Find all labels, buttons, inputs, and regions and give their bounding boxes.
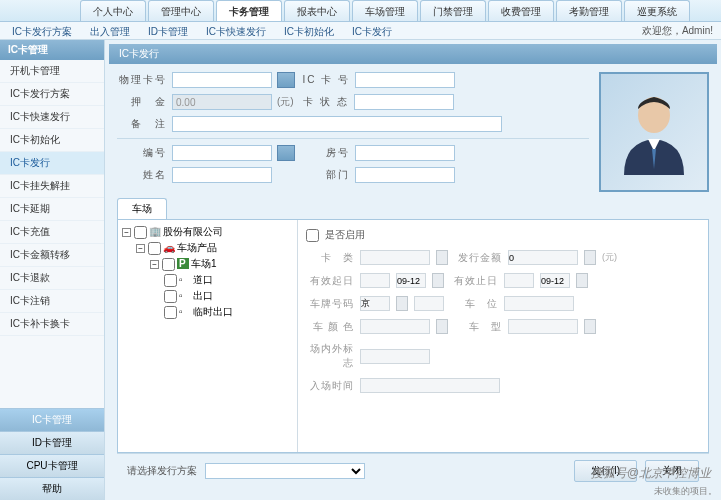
input-color[interactable] xyxy=(360,319,430,334)
label-plate: 车牌号码 xyxy=(306,297,354,311)
gate-icon: ▫ xyxy=(179,306,191,317)
tree-cb-leaf[interactable] xyxy=(164,274,177,287)
top-tab[interactable]: 门禁管理 xyxy=(420,0,486,21)
tree-cb-root[interactable] xyxy=(134,226,147,239)
input-remark[interactable] xyxy=(172,116,502,132)
label-remark: 备 注 xyxy=(117,117,167,131)
input-model[interactable] xyxy=(508,319,578,334)
top-tab[interactable]: 巡更系统 xyxy=(624,0,690,21)
top-tab[interactable]: 个人中心 xyxy=(80,0,146,21)
input-name[interactable] xyxy=(172,167,272,183)
input-ic-card[interactable] xyxy=(355,72,455,88)
input-plate-prefix[interactable] xyxy=(360,296,390,311)
input-card-status[interactable] xyxy=(354,94,454,110)
enable-checkbox[interactable] xyxy=(306,229,319,242)
stepper-icon[interactable] xyxy=(584,319,596,334)
top-tab[interactable]: 报表中心 xyxy=(284,0,350,21)
input-entry-time[interactable] xyxy=(360,378,500,393)
tree-root[interactable]: −🏢股份有限公司 xyxy=(122,224,293,240)
input-slot[interactable] xyxy=(504,296,574,311)
top-tab[interactable]: 管理中心 xyxy=(148,0,214,21)
input-valid-to-md[interactable] xyxy=(540,273,570,288)
tree-leaf[interactable]: ▫出口 xyxy=(122,288,293,304)
label-amount: 发行金额 xyxy=(454,251,502,265)
btn-lookup[interactable] xyxy=(277,145,295,161)
top-tab[interactable]: 收费管理 xyxy=(488,0,554,21)
sidebar-item[interactable]: IC卡初始化 xyxy=(0,129,104,152)
sidebar-bottom-item[interactable]: ID卡管理 xyxy=(0,431,104,454)
input-room[interactable] xyxy=(355,145,455,161)
sub-tab[interactable]: 出入管理 xyxy=(86,24,134,37)
stepper-icon[interactable] xyxy=(576,273,588,288)
stepper-icon[interactable] xyxy=(396,296,408,311)
tree-leaf[interactable]: ▫道口 xyxy=(122,272,293,288)
tree-cb-l1[interactable] xyxy=(148,242,161,255)
collapse-icon[interactable]: − xyxy=(136,244,145,253)
input-deposit[interactable] xyxy=(172,94,272,110)
top-tab[interactable]: 卡务管理 xyxy=(216,0,282,21)
stepper-icon[interactable] xyxy=(432,273,444,288)
tree-cb-leaf[interactable] xyxy=(164,306,177,319)
sidebar-item[interactable]: IC卡延期 xyxy=(0,198,104,221)
sidebar-item[interactable]: 开机卡管理 xyxy=(0,60,104,83)
tab-content: −🏢股份有限公司 −🚗车场产品 −P车场1 ▫道口 ▫出口 ▫临时出口 是否启用… xyxy=(117,219,709,453)
input-card-type[interactable] xyxy=(360,250,430,265)
sub-tab[interactable]: ID卡管理 xyxy=(144,24,192,37)
collapse-icon[interactable]: − xyxy=(122,228,131,237)
top-tabs: 个人中心管理中心卡务管理报表中心车场管理门禁管理收费管理考勤管理巡更系统 xyxy=(0,0,721,22)
label-card-status: 卡 状 态 xyxy=(299,95,349,109)
tree-cb-leaf[interactable] xyxy=(164,290,177,303)
panel-body: 物理卡号 IC 卡 号 押 金 (元) 卡 状 态 备 注 xyxy=(109,64,717,496)
stepper-icon[interactable] xyxy=(584,250,596,265)
sidebar-bottom-item[interactable]: 帮助 xyxy=(0,477,104,500)
top-tab[interactable]: 考勤管理 xyxy=(556,0,622,21)
input-number[interactable] xyxy=(172,145,272,161)
sub-tab[interactable]: IC卡快速发行 xyxy=(202,24,270,37)
sub-tab[interactable]: IC卡发行 xyxy=(348,24,396,37)
sidebar-item[interactable]: IC卡挂失解挂 xyxy=(0,175,104,198)
scheme-select[interactable] xyxy=(205,463,365,479)
label-model: 车 型 xyxy=(454,320,502,334)
input-valid-from-y[interactable] xyxy=(360,273,390,288)
sidebar-item[interactable]: IC卡发行 xyxy=(0,152,104,175)
sidebar-bottom-item[interactable]: IC卡管理 xyxy=(0,408,104,431)
tree-cb-l2[interactable] xyxy=(162,258,175,271)
gate-icon: ▫ xyxy=(179,290,191,301)
top-tab[interactable]: 车场管理 xyxy=(352,0,418,21)
input-amount[interactable] xyxy=(508,250,578,265)
sidebar-item[interactable]: IC卡退款 xyxy=(0,267,104,290)
input-valid-from-md[interactable] xyxy=(396,273,426,288)
input-physical-card[interactable] xyxy=(172,72,272,88)
sidebar-item[interactable]: IC卡注销 xyxy=(0,290,104,313)
sidebar-item[interactable]: IC卡金额转移 xyxy=(0,244,104,267)
avatar-box xyxy=(599,72,709,192)
sub-tab[interactable]: IC卡初始化 xyxy=(280,24,338,37)
input-valid-to-y[interactable] xyxy=(504,273,534,288)
sidebar-item[interactable]: IC卡充值 xyxy=(0,221,104,244)
input-plate-num[interactable] xyxy=(414,296,444,311)
tree-l2[interactable]: −P车场1 xyxy=(122,256,293,272)
tree-l1[interactable]: −🚗车场产品 xyxy=(122,240,293,256)
input-inout[interactable] xyxy=(360,349,430,364)
deposit-unit: (元) xyxy=(277,95,294,109)
btn-read-card[interactable] xyxy=(277,72,295,88)
sub-tab[interactable]: IC卡发行方案 xyxy=(8,24,76,37)
input-dept[interactable] xyxy=(355,167,455,183)
content: IC卡发行 物理卡号 IC 卡 号 押 金 (元) 卡 状 态 xyxy=(105,40,721,500)
label-inout: 场内外标志 xyxy=(306,342,354,370)
sidebar-items: 开机卡管理IC卡发行方案IC卡快速发行IC卡初始化IC卡发行IC卡挂失解挂IC卡… xyxy=(0,60,104,408)
stepper-icon[interactable] xyxy=(436,319,448,334)
scheme-label: 请选择发行方案 xyxy=(127,464,197,478)
label-entry-time: 入场时间 xyxy=(306,379,354,393)
tree-leaf[interactable]: ▫临时出口 xyxy=(122,304,293,320)
tab-vehicle[interactable]: 车场 xyxy=(117,198,167,219)
collapse-icon[interactable]: − xyxy=(150,260,159,269)
sidebar-item[interactable]: IC卡补卡换卡 xyxy=(0,313,104,336)
sidebar-item[interactable]: IC卡发行方案 xyxy=(0,83,104,106)
sidebar-bottom-item[interactable]: CPU卡管理 xyxy=(0,454,104,477)
p-icon: P xyxy=(177,258,189,269)
label-deposit: 押 金 xyxy=(117,95,167,109)
stepper-icon[interactable] xyxy=(436,250,448,265)
sub-tabs: IC卡发行方案出入管理ID卡管理IC卡快速发行IC卡初始化IC卡发行 欢迎您，A… xyxy=(0,22,721,40)
sidebar-item[interactable]: IC卡快速发行 xyxy=(0,106,104,129)
